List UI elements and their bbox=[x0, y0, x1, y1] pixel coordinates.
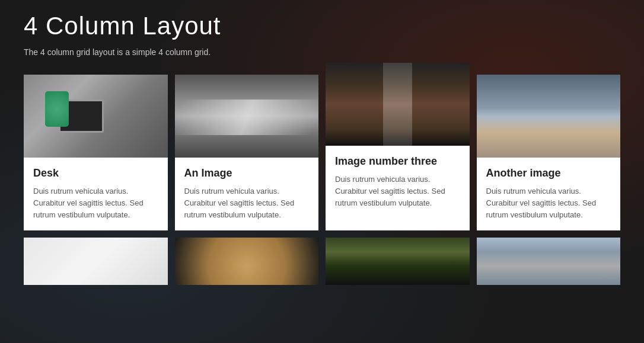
card-title-image-three: Image number three bbox=[335, 155, 460, 168]
page-title: 4 Column Layout bbox=[24, 12, 620, 40]
card-an-image: An Image Duis rutrum vehicula varius. Cu… bbox=[175, 75, 319, 230]
page-subtitle: The 4 column grid layout is a simple 4 c… bbox=[24, 47, 620, 57]
card-title-another-image: Another image bbox=[486, 167, 611, 179]
card-palm bbox=[326, 238, 470, 285]
card-image-paper bbox=[24, 238, 168, 285]
card-pelican bbox=[477, 238, 621, 285]
card-grid: Desk Duis rutrum vehicula varius. Curabi… bbox=[24, 75, 620, 230]
card-image-desk bbox=[24, 75, 168, 158]
card-image-pelican bbox=[477, 238, 621, 285]
card-text-another-image: Duis rutrum vehicula varius. Curabitur v… bbox=[486, 185, 611, 221]
card-image-bowl bbox=[175, 238, 319, 285]
card-paper bbox=[24, 238, 168, 285]
card-desk: Desk Duis rutrum vehicula varius. Curabi… bbox=[24, 75, 168, 230]
card-body-desk: Desk Duis rutrum vehicula varius. Curabi… bbox=[24, 158, 168, 230]
card-image-three: Image number three Duis rutrum vehicula … bbox=[326, 63, 470, 230]
card-another-image: Another image Duis rutrum vehicula variu… bbox=[477, 75, 621, 230]
card-grid-row2 bbox=[24, 238, 620, 285]
card-image-image-three bbox=[326, 63, 470, 146]
card-body-another-image: Another image Duis rutrum vehicula variu… bbox=[477, 158, 621, 230]
card-title-an-image: An Image bbox=[184, 167, 310, 179]
card-image-an-image bbox=[175, 75, 319, 158]
card-image-another-image bbox=[477, 75, 621, 158]
card-title-desk: Desk bbox=[33, 167, 158, 179]
card-body-an-image: An Image Duis rutrum vehicula varius. Cu… bbox=[175, 158, 319, 230]
card-body-image-three: Image number three Duis rutrum vehicula … bbox=[326, 146, 470, 219]
card-image-palm bbox=[326, 238, 470, 285]
card-text-an-image: Duis rutrum vehicula varius. Curabitur v… bbox=[184, 185, 310, 221]
card-text-image-three: Duis rutrum vehicula varius. Curabitur v… bbox=[335, 174, 460, 209]
card-bowl bbox=[175, 238, 319, 285]
card-text-desk: Duis rutrum vehicula varius. Curabitur v… bbox=[33, 185, 158, 221]
